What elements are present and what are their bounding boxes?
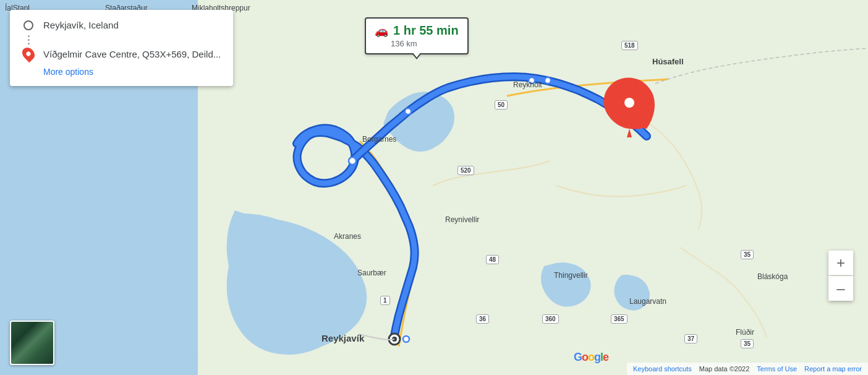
map-container[interactable]: Reykjavík Húsafell Reykholt Borgarnes Ak… — [0, 0, 868, 375]
road-badge-518: 518 — [621, 41, 638, 50]
origin-icon-col — [22, 20, 35, 30]
dots-row — [22, 34, 221, 46]
car-icon: 🚗 — [375, 24, 388, 38]
road-badge-37: 37 — [684, 334, 697, 343]
direction-panel: Reykjavík, Iceland Víðgelmir Cave Centre… — [10, 10, 233, 86]
duration-distance: 136 km — [391, 39, 417, 48]
g-yellow: o — [588, 351, 594, 363]
road-badge-520: 520 — [457, 166, 474, 175]
report-error-link[interactable]: Report a map error — [804, 365, 862, 373]
bottom-bar: Keyboard shortcuts Map data ©2022 Terms … — [627, 363, 868, 375]
route-dots — [28, 35, 30, 45]
svg-point-4 — [529, 77, 535, 84]
g-red: o — [582, 351, 588, 363]
zoom-in-button[interactable]: + — [828, 251, 853, 275]
svg-point-5 — [545, 77, 551, 84]
dot-2 — [28, 39, 30, 41]
google-logo: Google — [574, 351, 608, 364]
g-blue2: g — [594, 351, 600, 363]
terms-link[interactable]: Terms of Use — [757, 365, 797, 373]
more-options-link[interactable]: More options — [43, 67, 93, 77]
origin-circle-icon — [23, 20, 33, 30]
road-badge-48: 48 — [486, 255, 499, 264]
g-blue: G — [574, 351, 582, 363]
duration-box: 🚗 1 hr 55 min 136 km — [365, 17, 469, 54]
road-badge-1: 1 — [380, 296, 390, 305]
keyboard-shortcuts-link[interactable]: Keyboard shortcuts — [633, 365, 692, 373]
satellite-thumbnail[interactable] — [10, 321, 54, 365]
road-badge-50: 50 — [495, 100, 508, 110]
origin-row: Reykjavík, Iceland — [22, 20, 221, 30]
dot-3 — [28, 43, 30, 45]
svg-point-6 — [624, 98, 634, 108]
dest-row: Víðgelmir Cave Centre, Q53X+569, Deild..… — [22, 47, 221, 61]
road-badge-360: 360 — [542, 314, 559, 324]
dots-col — [22, 34, 35, 46]
svg-point-9 — [403, 336, 409, 342]
zoom-controls: + – — [828, 251, 853, 301]
road-badge-36: 36 — [476, 314, 489, 324]
map-data-label: Map data ©2022 — [699, 365, 750, 373]
road-badge-365: 365 — [611, 314, 628, 324]
dot-1 — [28, 35, 30, 37]
dest-text: Víðgelmir Cave Centre, Q53X+569, Deild..… — [43, 49, 221, 59]
road-badge-35b: 35 — [741, 339, 754, 348]
g-red2: e — [603, 351, 608, 363]
svg-point-2 — [349, 157, 356, 165]
origin-text: Reykjavík, Iceland — [43, 20, 119, 30]
destination-pin-icon — [20, 45, 37, 62]
duration-time: 1 hr 55 min — [393, 24, 459, 38]
svg-point-3 — [405, 108, 411, 114]
satellite-image — [11, 322, 53, 364]
duration-top-row: 🚗 1 hr 55 min — [375, 24, 459, 38]
road-badge-35a: 35 — [741, 250, 754, 259]
zoom-out-button[interactable]: – — [828, 276, 853, 301]
dest-icon-col — [22, 47, 35, 61]
more-options-container: More options — [43, 64, 221, 77]
